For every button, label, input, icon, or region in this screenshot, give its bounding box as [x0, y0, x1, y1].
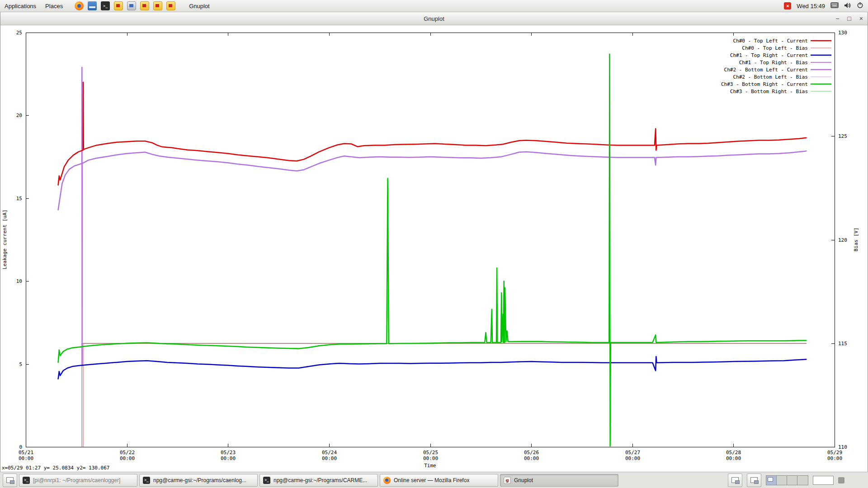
workspace-3[interactable] [787, 476, 797, 485]
y2-tick-label: 110 [838, 444, 847, 450]
legend-label-ch-3-bottom-right-bias: Ch#3 - Bottom Right - Bias [730, 89, 808, 94]
panel-launchers: >_ [75, 1, 175, 10]
applications-menu[interactable]: Applications [0, 0, 41, 12]
series-ch-2-bottom-left-current [58, 67, 807, 366]
workspace-1[interactable] [766, 476, 777, 485]
firefox-task-icon [383, 477, 391, 484]
task-button-list: >_[pi@nnrpi1: ~/Programs/caenlogger]>_np… [19, 474, 618, 487]
mouse-coordinate-readout: x=05/29 01:27 y= 25.0834 y2= 130.067 [2, 465, 109, 471]
legend-label-ch-2-bottom-left-current: Ch#2 - Bottom Left - Current [724, 67, 808, 73]
x-tick-date-label: 05/23 [221, 450, 236, 455]
x-tick-time-label: 00:00 [524, 455, 539, 461]
y-tick-label: 10 [16, 278, 22, 284]
window-titlebar[interactable]: Gnuplot − □ × [0, 12, 868, 25]
series-ch-0-top-left-current [58, 82, 807, 185]
x-tick-date-label: 05/29 [827, 450, 842, 455]
maximize-button[interactable]: □ [847, 15, 851, 22]
x-tick-time-label: 00:00 [19, 455, 33, 461]
task-button-gnuplot[interactable]: gGnuplot [500, 474, 618, 487]
y-tick-label: 15 [16, 196, 22, 202]
app-launcher-4-icon[interactable] [153, 1, 162, 10]
task-button-label: [pi@nnrpi1: ~/Programs/caenlogger] [33, 477, 120, 483]
workspace-4[interactable] [797, 476, 808, 485]
x-tick-time-label: 00:00 [120, 455, 135, 461]
window-glyph-icon [750, 477, 758, 483]
terminal-icon[interactable]: >_ [101, 1, 110, 10]
clock[interactable]: Wed 15:49 [797, 3, 825, 9]
task-button-label: Gnuplot [514, 477, 533, 483]
y-tick-label: 25 [16, 30, 22, 36]
firefox-icon[interactable] [75, 1, 84, 10]
app-launcher-3-icon[interactable] [140, 1, 149, 10]
y-tick-label: 20 [16, 113, 22, 118]
series-ch-2-bottom-left-bias [82, 343, 806, 447]
legend-label-ch-0-top-left-bias: Ch#0 - Top Left - Bias [742, 45, 808, 51]
task-button-npg-carme-gsi-programs-caenlog[interactable]: >_npg@carme-gsi:~/Programs/caenlog... [139, 474, 258, 487]
app-launcher-5-icon[interactable] [166, 1, 175, 10]
x-tick-date-label: 05/27 [625, 450, 640, 455]
task-button-pi-nnrpi1-programs-caenlogger[interactable]: >_[pi@nnrpi1: ~/Programs/caenlogger] [19, 474, 137, 487]
task-button-npg-carme-gsi-programs-carme[interactable]: >_npg@carme-gsi:~/Programs/CARME... [259, 474, 378, 487]
show-desktop-icon [6, 477, 14, 483]
x-tick-date-label: 05/21 [19, 450, 33, 455]
window-glyph-icon [731, 477, 739, 483]
tray-icon[interactable] [838, 477, 844, 483]
y-tick-label: 0 [19, 444, 22, 450]
gnuplot-plot[interactable]: 05/2100:0005/2200:0005/2300:0005/2400:00… [0, 25, 868, 472]
task-button-online-server-mozilla-firefox[interactable]: Online server — Mozilla Firefox [380, 474, 498, 487]
places-menu[interactable]: Places [41, 0, 67, 12]
x-axis-label: Time [424, 463, 436, 469]
y2-tick-label: 130 [838, 30, 847, 36]
app-launcher-1-icon[interactable] [114, 1, 123, 10]
x-tick-date-label: 05/26 [524, 450, 539, 455]
terminal-task-icon: >_ [23, 477, 30, 484]
task-button-label: Online server — Mozilla Firefox [394, 477, 469, 483]
legend-label-ch-1-top-right-bias: Ch#1 - Top Right - Bias [739, 60, 808, 66]
close-button[interactable]: × [859, 15, 863, 22]
volume-icon[interactable] [844, 2, 851, 10]
x-tick-time-label: 00:00 [726, 455, 741, 461]
panel-right-cluster: × Wed 15:49 [784, 2, 863, 10]
y2-tick-label: 115 [838, 341, 847, 347]
notification-tray [813, 476, 834, 485]
window-list-mini-button-1[interactable] [728, 474, 742, 487]
keyboard-indicator-icon[interactable] [830, 2, 839, 9]
series-ch-3-bottom-right-current [58, 54, 807, 446]
series-ch-3-bottom-right-bias [82, 343, 806, 447]
x-tick-time-label: 00:00 [221, 455, 236, 461]
top-panel: Applications Places >_ Gnuplot × Wed 15:… [0, 0, 868, 12]
panel-window-list-label: Gnuplot [189, 3, 210, 9]
y-axis-label: Leakage current [uA] [2, 210, 8, 269]
x-tick-date-label: 05/22 [120, 450, 135, 455]
legend-label-ch-3-bottom-right-current: Ch#3 - Bottom Right - Current [721, 81, 808, 87]
power-icon[interactable] [857, 2, 863, 10]
legend-label-ch-1-top-right-current: Ch#1 - Top Right - Current [730, 52, 808, 58]
workspace-switcher [766, 475, 808, 485]
x-tick-date-label: 05/28 [726, 450, 741, 455]
gnuplot-task-icon: g [504, 477, 511, 484]
gnuplot-canvas: 05/2100:0005/2200:0005/2300:0005/2400:00… [0, 25, 868, 472]
updates-notification-icon[interactable]: × [784, 2, 791, 9]
workspace-2[interactable] [777, 476, 787, 485]
app-launcher-2-icon[interactable] [127, 1, 136, 10]
show-desktop-button[interactable] [3, 474, 17, 487]
x-tick-time-label: 00:00 [625, 455, 640, 461]
x-tick-time-label: 00:00 [322, 455, 337, 461]
window-controls: − □ × [835, 12, 863, 25]
series-ch-1-top-right-current [58, 357, 807, 379]
task-button-label: npg@carme-gsi:~/Programs/caenlog... [153, 477, 246, 483]
file-manager-icon[interactable] [88, 1, 97, 10]
window-list-mini-button-2[interactable] [747, 474, 761, 487]
minimize-button[interactable]: − [835, 15, 839, 22]
terminal-task-icon: >_ [263, 477, 270, 484]
x-tick-date-label: 05/24 [322, 450, 337, 455]
x-tick-time-label: 00:00 [423, 455, 438, 461]
y2-tick-label: 125 [838, 133, 847, 139]
y2-tick-label: 120 [838, 237, 847, 243]
y-tick-label: 5 [19, 361, 22, 367]
x-tick-date-label: 05/25 [423, 450, 438, 455]
taskbar: >_[pi@nnrpi1: ~/Programs/caenlogger]>_np… [0, 472, 868, 488]
terminal-task-icon: >_ [143, 477, 150, 484]
taskbar-right-cluster [728, 474, 844, 487]
panel-window-list[interactable]: Gnuplot [189, 3, 210, 9]
